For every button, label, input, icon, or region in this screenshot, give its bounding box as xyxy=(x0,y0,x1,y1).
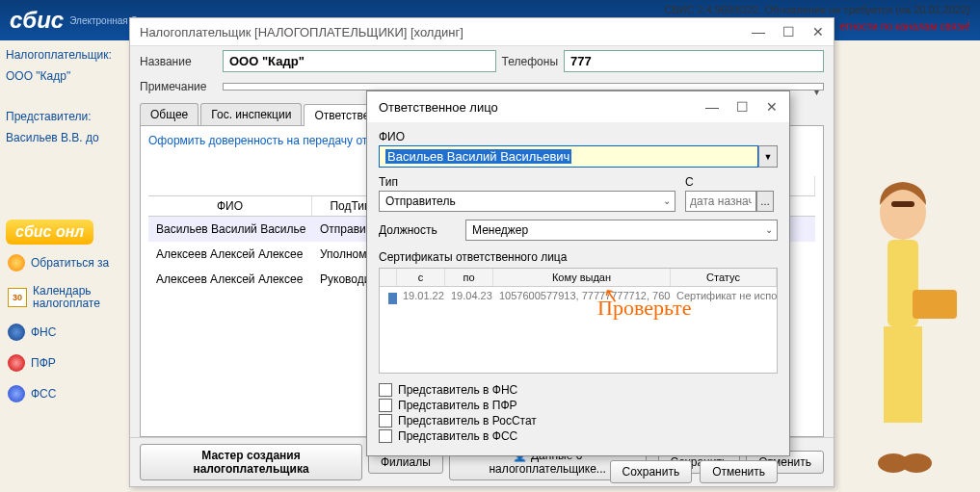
tel-label: Телефоны xyxy=(502,55,558,68)
fns-label: ФНС xyxy=(31,325,56,339)
sidebar-rep[interactable]: Васильев В.В. до xyxy=(6,131,119,144)
sidebar-org[interactable]: ООО "Кадр" xyxy=(6,69,119,83)
name-input[interactable] xyxy=(223,50,496,72)
cert-col-to: по xyxy=(445,269,493,286)
position-label: Должность xyxy=(379,220,456,239)
dialog-minimize-icon[interactable]: — xyxy=(705,99,719,115)
cert-col-status: Статус xyxy=(671,269,777,286)
dialog-save-button[interactable]: Сохранить xyxy=(610,460,693,483)
pfr-label: ПФР xyxy=(31,356,56,370)
window-titlebar: Налогоплательщик [НАЛОГОПЛАТЕЛЬЩИКИ] [хо… xyxy=(130,18,834,46)
check-pfr[interactable] xyxy=(379,399,392,412)
fss-button[interactable]: ФСС xyxy=(6,381,119,406)
certificates-label: Сертификаты ответственного лица xyxy=(379,250,778,264)
check-fss[interactable] xyxy=(379,429,392,443)
calendar-icon: 30 xyxy=(8,288,27,307)
pfr-icon xyxy=(8,354,25,372)
type-label: Тип xyxy=(379,175,675,189)
fss-label: ФСС xyxy=(31,387,56,401)
status-text: СБИС 2.4.969/8322. Обновление не требует… xyxy=(664,4,970,15)
svg-rect-4 xyxy=(913,290,957,319)
certificate-row[interactable]: 19.01.22 19.04.23 1057600577913, 7777777… xyxy=(380,287,777,312)
chevron-down-icon: ▾ xyxy=(814,87,819,97)
minimize-icon[interactable]: — xyxy=(752,24,765,39)
fss-icon xyxy=(8,385,25,402)
calendar-label: Календарь налогоплате xyxy=(33,285,100,310)
dialog-title: Ответственное лицо xyxy=(379,100,498,115)
check-rosstat[interactable] xyxy=(379,414,392,427)
dialog-maximize-icon[interactable]: ☐ xyxy=(736,99,749,115)
fns-icon xyxy=(8,324,25,341)
contact-label: Обратиться за xyxy=(31,256,109,270)
svg-point-6 xyxy=(901,453,932,473)
pfr-button[interactable]: ПФР xyxy=(6,350,119,375)
cert-col-who: Кому выдан xyxy=(493,269,671,286)
svg-rect-3 xyxy=(884,326,922,423)
name-label: Название xyxy=(140,55,217,68)
power-of-attorney-link[interactable]: Оформить доверенность на передачу отчетн xyxy=(148,134,391,147)
from-date-input[interactable] xyxy=(685,191,756,212)
cert-col-from: с xyxy=(397,269,445,286)
fio-label: ФИО xyxy=(379,130,778,143)
window-title: Налогоплательщик [НАЛОГОПЛАТЕЛЬЩИКИ] [хо… xyxy=(140,25,464,39)
sbis-online-logo[interactable]: сбис онл xyxy=(6,220,93,245)
representative-checklist: Представитель в ФНС Представитель в ПФР … xyxy=(379,383,778,445)
contact-button[interactable]: Обратиться за xyxy=(6,250,119,275)
sidebar: Налогоплательщик: ООО "Кадр" Представите… xyxy=(0,40,125,492)
type-select[interactable]: Отправитель⌄ xyxy=(379,191,675,212)
close-icon[interactable]: ✕ xyxy=(812,24,824,39)
check-fns[interactable] xyxy=(379,383,392,397)
sidebar-label-taxpayer: Налогоплательщик: xyxy=(6,48,119,62)
assistant-illustration xyxy=(845,165,961,492)
tel-input[interactable] xyxy=(564,50,824,72)
certificates-table: с по Кому выдан Статус 19.01.22 19.04.23… xyxy=(379,268,778,374)
dialog-cancel-button[interactable]: Отменить xyxy=(700,460,778,483)
col-fio: ФИО xyxy=(148,196,312,216)
chevron-down-icon: ⌄ xyxy=(663,195,671,206)
fns-button[interactable]: ФНС xyxy=(6,320,119,345)
floppy-icon xyxy=(388,293,397,304)
sidebar-label-reps: Представители: xyxy=(6,110,119,123)
from-date-label: С xyxy=(685,175,778,189)
contact-icon xyxy=(8,254,25,272)
dialog-titlebar: Ответственное лицо — ☐ ✕ xyxy=(367,91,789,122)
svg-rect-1 xyxy=(891,201,914,207)
calendar-button[interactable]: 30 Календарь налогоплате xyxy=(6,281,119,314)
tab-gov[interactable]: Гос. инспекции xyxy=(200,103,302,125)
chevron-down-icon: ⌄ xyxy=(765,224,773,235)
maximize-icon[interactable]: ☐ xyxy=(782,24,795,39)
dialog-close-icon[interactable]: ✕ xyxy=(766,99,778,115)
date-picker-button[interactable]: … xyxy=(756,191,774,212)
fio-input[interactable]: Васильев Василий Васильевич xyxy=(379,145,758,168)
fio-dropdown-button[interactable]: ▼ xyxy=(758,145,778,168)
master-button[interactable]: Мастер создания налогоплательщика xyxy=(140,444,362,480)
tab-general[interactable]: Общее xyxy=(140,103,199,125)
note-label: Примечание xyxy=(140,80,217,93)
app-logo: сбис xyxy=(10,7,64,34)
responsible-person-dialog: Ответственное лицо — ☐ ✕ ФИО Васильев Ва… xyxy=(366,91,790,456)
status-warning: етности по каналам связи! xyxy=(839,20,970,32)
position-select[interactable]: Менеджер⌄ xyxy=(465,220,778,241)
note-input[interactable]: ▾ xyxy=(223,83,824,91)
